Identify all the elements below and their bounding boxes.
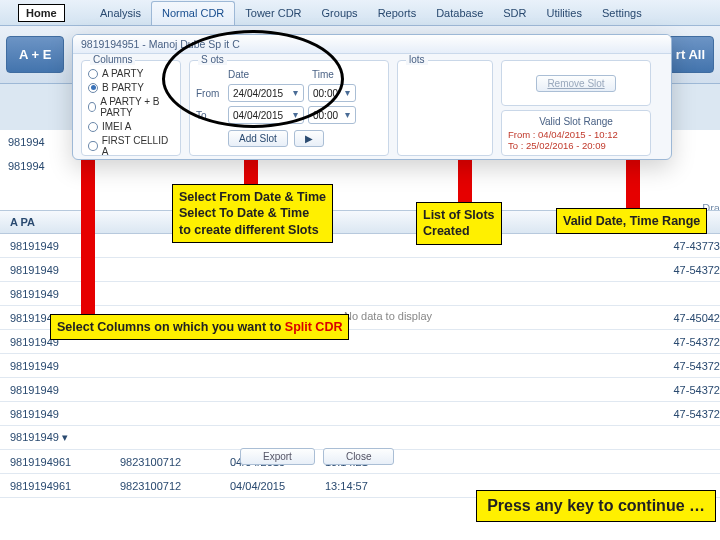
table-row[interactable]: 9819194947-54372 xyxy=(0,402,720,426)
mid-toolbar: Export Close xyxy=(240,448,394,465)
radio-b-party[interactable]: B PARTY xyxy=(88,82,174,93)
tab-groups[interactable]: Groups xyxy=(312,2,368,25)
grid-header-apa[interactable]: A PA xyxy=(10,216,120,228)
label-range-help: Valid Date, Time Range xyxy=(556,208,707,234)
created-panel-label: lots xyxy=(406,54,428,65)
range-from: From : 04/04/2015 - 10:12 xyxy=(508,129,644,140)
table-row[interactable]: 9819194947-54372 xyxy=(0,258,720,282)
table-row[interactable]: 9819194947-43773 xyxy=(0,234,720,258)
tab-analysis[interactable]: Analysis xyxy=(90,2,151,25)
tab-database[interactable]: Database xyxy=(426,2,493,25)
time-header: Time xyxy=(312,69,334,80)
tab-tower-cdr[interactable]: Tower CDR xyxy=(235,2,311,25)
radio-first-cellid-a[interactable]: FIRST CELLID A xyxy=(88,135,174,157)
tab-utilities[interactable]: Utilities xyxy=(536,2,591,25)
date-header: Date xyxy=(228,69,308,80)
home-button[interactable]: Home xyxy=(18,4,65,22)
split-cdr-dialog: 9819194951 - Manoj Dube Sp it C Columns … xyxy=(72,34,672,160)
tab-sdr[interactable]: SDR xyxy=(493,2,536,25)
play-button[interactable]: ▶ xyxy=(294,130,324,147)
radio-label: A PARTY xyxy=(102,68,143,79)
slots-panel: S ots Date Time From 24/04/2015▾ 00:00▾ … xyxy=(189,60,389,156)
stepper-icon[interactable]: ▾ xyxy=(341,109,353,121)
tab-normal-cdr[interactable]: Normal CDR xyxy=(151,1,235,25)
to-label: To xyxy=(196,110,224,121)
remove-slot-panel: Remove Slot xyxy=(501,60,651,106)
table-row[interactable]: 98191949 ▾ xyxy=(0,426,720,450)
to-date-input[interactable]: 04/04/2015▾ xyxy=(228,106,304,124)
radio-label: B PARTY xyxy=(102,82,144,93)
slots-panel-label: S ots xyxy=(198,54,227,65)
table-row[interactable]: 9819194947-54372 xyxy=(0,354,720,378)
table-row[interactable]: 9819194947-54372 xyxy=(0,378,720,402)
columns-panel: Columns A PARTY B PARTY A PARTY + B PART… xyxy=(81,60,181,156)
from-time-input[interactable]: 00:00▾ xyxy=(308,84,356,102)
from-date-input[interactable]: 24/04/2015▾ xyxy=(228,84,304,102)
radio-label: A PARTY + B PARTY xyxy=(100,96,174,118)
tab-settings[interactable]: Settings xyxy=(592,2,652,25)
export-button[interactable]: Export xyxy=(240,448,315,465)
remove-slot-button[interactable]: Remove Slot xyxy=(536,75,615,92)
radio-a-party[interactable]: A PARTY xyxy=(88,68,174,79)
id-preview-1: 981994 xyxy=(8,136,45,148)
table-row[interactable]: 98191949 xyxy=(0,282,720,306)
add-slot-button[interactable]: Add Slot xyxy=(228,130,288,147)
created-slots-panel: lots xyxy=(397,60,493,156)
label-slots-help: Select From Date & Time Select To Date &… xyxy=(172,184,333,243)
app-root: Home Analysis Normal CDR Tower CDR Group… xyxy=(0,0,720,540)
ribbon-left-button[interactable]: A + E xyxy=(6,36,64,73)
to-time-input[interactable]: 00:00▾ xyxy=(308,106,356,124)
columns-panel-label: Columns xyxy=(90,54,135,65)
close-button[interactable]: Close xyxy=(323,448,395,465)
label-columns-help: Select Columns on which you want to Spli… xyxy=(50,314,349,340)
radio-label: IMEI A xyxy=(102,121,131,132)
stepper-icon[interactable]: ▾ xyxy=(341,87,353,99)
radio-ab-party[interactable]: A PARTY + B PARTY xyxy=(88,96,174,118)
label-created-help: List of Slots Created xyxy=(416,202,502,245)
no-data-label: No data to display xyxy=(344,310,432,322)
press-any-key: Press any key to continue … xyxy=(476,490,716,522)
ribbon-right-button[interactable]: rt All xyxy=(667,36,714,73)
id-preview-2: 981994 xyxy=(8,160,45,172)
range-title: Valid Slot Range xyxy=(508,116,644,127)
ribbon-tabs: Home Analysis Normal CDR Tower CDR Group… xyxy=(0,0,720,26)
calendar-icon[interactable]: ▾ xyxy=(289,109,301,121)
radio-imei-a[interactable]: IMEI A xyxy=(88,121,174,132)
from-label: From xyxy=(196,88,224,99)
dialog-title: 9819194951 - Manoj Dube Sp it C xyxy=(73,35,671,54)
range-to: To : 25/02/2016 - 20:09 xyxy=(508,140,644,151)
calendar-icon[interactable]: ▾ xyxy=(289,87,301,99)
tab-reports[interactable]: Reports xyxy=(368,2,427,25)
valid-slot-range-panel: Valid Slot Range From : 04/04/2015 - 10:… xyxy=(501,110,651,156)
radio-label: FIRST CELLID A xyxy=(102,135,174,157)
